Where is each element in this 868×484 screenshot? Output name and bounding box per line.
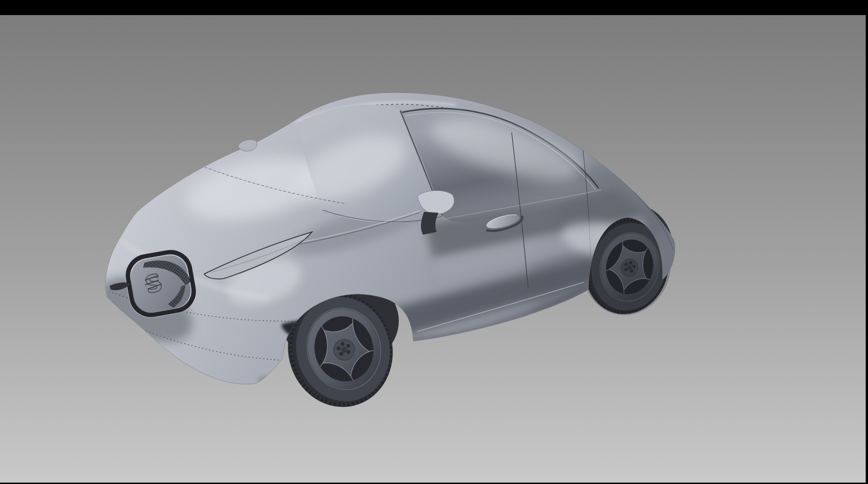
letterbox-top-bar [0,0,868,15]
screen: S [0,0,868,484]
letterbox-right-bar [866,0,868,484]
car-3d-render: S [104,90,675,410]
viewport-3d[interactable]: S [0,15,866,483]
